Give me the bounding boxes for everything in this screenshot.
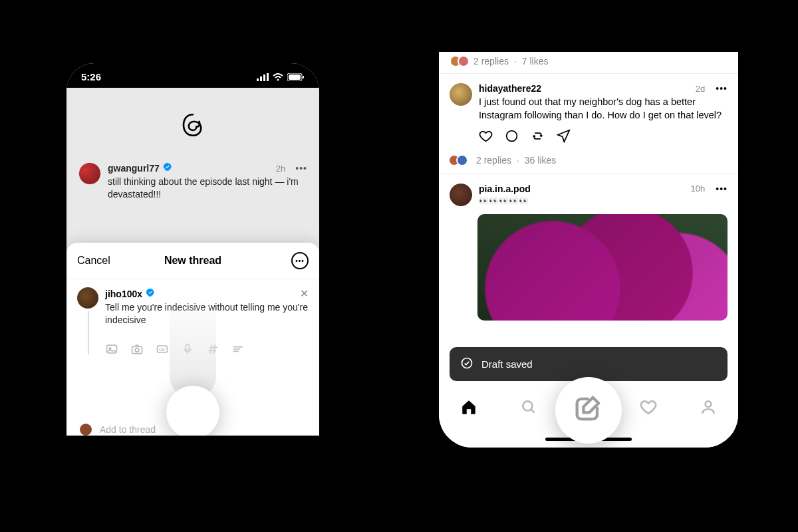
svg-point-16 xyxy=(462,358,472,368)
avatar[interactable] xyxy=(77,287,98,309)
hashtag-icon[interactable] xyxy=(206,342,219,358)
post-username[interactable]: pia.in.a.pod xyxy=(479,184,531,194)
likes-count[interactable]: 36 likes xyxy=(525,155,556,166)
separator: · xyxy=(517,155,519,166)
svg-text:GIF: GIF xyxy=(159,347,166,351)
verified-badge-icon xyxy=(163,162,172,174)
share-icon[interactable] xyxy=(557,129,571,146)
attachment-row: GIF xyxy=(105,342,309,358)
like-icon[interactable] xyxy=(479,129,493,146)
svg-point-11 xyxy=(135,348,139,352)
avatar[interactable] xyxy=(450,83,472,106)
svg-point-18 xyxy=(706,401,712,407)
phone-mock-right: 2 replies · 7 likes hidayathere22 2d •••… xyxy=(439,52,738,448)
toast-draft-saved: Draft saved xyxy=(450,347,728,381)
feed-post[interactable]: pia.in.a.pod 10h ••• 👀👀👀👀👀 xyxy=(439,174,738,211)
svg-point-15 xyxy=(507,130,517,141)
phone-mock-left: 5:26 xyxy=(60,57,326,436)
composer-more-button[interactable]: ••• xyxy=(291,252,309,269)
cellular-icon xyxy=(257,73,269,81)
composer-username[interactable]: jiho100x xyxy=(105,289,142,299)
tab-activity[interactable] xyxy=(635,398,662,416)
post-text: 👀👀👀👀👀 xyxy=(479,196,728,207)
compose-button[interactable] xyxy=(555,377,622,444)
post-time: 10h xyxy=(691,184,706,194)
avatar[interactable] xyxy=(450,184,472,206)
facepile xyxy=(450,55,469,67)
likes-count[interactable]: 7 likes xyxy=(522,56,549,66)
thread-line xyxy=(88,311,89,354)
cancel-button[interactable]: Cancel xyxy=(77,255,110,267)
post-time: 2h xyxy=(276,164,285,174)
screen-left: 5:26 xyxy=(66,63,319,436)
svg-rect-10 xyxy=(132,346,142,354)
composer-text[interactable]: Tell me you're indecisive without tellin… xyxy=(105,301,309,327)
post-more-icon[interactable]: ••• xyxy=(716,83,728,94)
comment-icon[interactable] xyxy=(505,129,519,146)
prev-post-stats[interactable]: 2 replies · 7 likes xyxy=(439,52,738,74)
svg-rect-14 xyxy=(186,344,190,350)
feed-post[interactable]: gwangurl77 2h ••• still thinking about t… xyxy=(66,158,319,210)
svg-rect-2 xyxy=(263,74,265,81)
toast-text: Draft saved xyxy=(481,358,533,370)
post-username[interactable]: gwangurl77 xyxy=(108,163,160,174)
avatar[interactable] xyxy=(78,162,101,185)
post-more-icon[interactable]: ••• xyxy=(295,163,307,174)
separator: · xyxy=(514,56,517,66)
battery-icon xyxy=(287,73,305,81)
post-text: I just found out that my neighbor's dog … xyxy=(479,95,728,122)
repost-icon[interactable] xyxy=(531,129,545,146)
check-circle-icon xyxy=(460,356,473,372)
gallery-icon[interactable] xyxy=(105,342,118,358)
tab-search[interactable] xyxy=(515,398,542,416)
compose-icon xyxy=(571,392,606,429)
status-bar: 5:26 xyxy=(66,63,319,88)
composer-sheet: Cancel New thread ••• jiho100x ✕ Tell me… xyxy=(66,243,319,436)
gif-icon[interactable]: GIF xyxy=(156,342,169,358)
add-to-thread-label: Add to thread xyxy=(100,424,156,435)
verified-badge-icon xyxy=(146,288,155,300)
app-logo-area xyxy=(66,88,319,158)
facepile xyxy=(448,154,468,166)
replies-count[interactable]: 2 replies xyxy=(476,155,511,166)
post-text: still thinking about the episode last ni… xyxy=(108,176,307,201)
status-time: 5:26 xyxy=(81,71,101,82)
threads-logo-icon xyxy=(179,111,207,142)
svg-rect-0 xyxy=(257,78,259,81)
post-stats[interactable]: 2 replies · 36 likes xyxy=(439,152,738,174)
post-image[interactable] xyxy=(477,214,728,321)
post-actions xyxy=(479,129,728,146)
svg-rect-7 xyxy=(303,76,304,78)
replies-count[interactable]: 2 replies xyxy=(473,56,509,66)
wifi-icon xyxy=(273,73,283,81)
swipe-handle[interactable] xyxy=(166,386,219,436)
post-time: 2d xyxy=(696,84,705,94)
avatar-small xyxy=(80,424,92,436)
tab-profile[interactable] xyxy=(695,398,722,416)
tab-home[interactable] xyxy=(456,398,482,416)
camera-icon[interactable] xyxy=(130,342,144,358)
feed-post[interactable]: hidayathere22 2d ••• I just found out th… xyxy=(439,74,738,152)
post-username[interactable]: hidayathere22 xyxy=(479,83,541,94)
svg-point-4 xyxy=(277,78,279,80)
post-more-icon[interactable]: ••• xyxy=(716,184,728,194)
poll-icon[interactable] xyxy=(231,342,245,358)
svg-rect-6 xyxy=(289,74,301,80)
svg-rect-1 xyxy=(260,76,262,81)
mic-icon[interactable] xyxy=(181,342,194,358)
clear-draft-button[interactable]: ✕ xyxy=(300,287,309,300)
svg-rect-3 xyxy=(267,73,269,81)
